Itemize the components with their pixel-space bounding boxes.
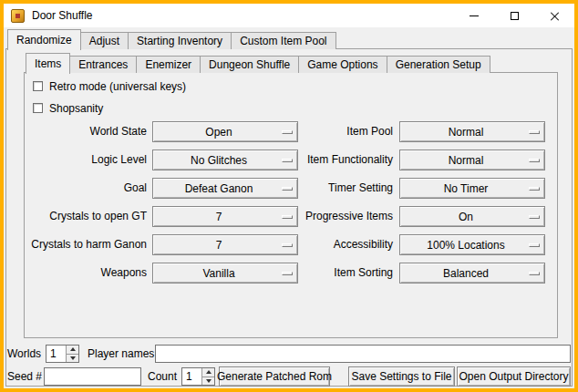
tab-randomize[interactable]: Randomize (7, 29, 81, 50)
item-sorting-value: Balanced (443, 267, 489, 280)
retro-mode-label: Retro mode (universal keys) (49, 80, 186, 93)
weapons-value: Vanilla (202, 267, 234, 280)
count-spinner-up-button[interactable] (201, 368, 214, 377)
field-row-6: Weapons Vanilla Item Sorting Balanced (25, 263, 557, 284)
worlds-label: Worlds (7, 345, 41, 363)
timer-setting-value: No Timer (444, 182, 489, 195)
accessibility-dropdown[interactable]: 100% Locations (399, 234, 545, 255)
count-spinner-buttons (201, 368, 214, 385)
shopsanity-checkbox[interactable] (33, 103, 43, 113)
count-spinner (181, 367, 215, 386)
accessibility-label: Accessibility (271, 234, 393, 255)
generate-patched-rom-button[interactable]: Generate Patched Rom (219, 366, 330, 387)
dropdown-indicator-icon (529, 130, 540, 134)
dropdown-indicator-icon (529, 159, 540, 162)
progressive-items-value: On (459, 211, 473, 223)
open-output-directory-button[interactable]: Open Output Directory (457, 366, 571, 387)
worlds-spinner-up-button[interactable] (66, 346, 78, 354)
goal-label: Goal (25, 178, 147, 199)
retro-mode-checkbox[interactable] (33, 81, 43, 91)
dropdown-indicator-icon (529, 243, 540, 247)
accessibility-value: 100% Locations (427, 239, 504, 252)
tab-game-options[interactable]: Game Options (298, 56, 387, 73)
tab-entrances[interactable]: Entrances (69, 56, 137, 73)
outer-tabbar: Randomize Adjust Starting Inventory Cust… (7, 28, 336, 49)
logic-level-label: Logic Level (25, 150, 147, 170)
spinner-up-icon (206, 370, 212, 374)
shopsanity-row: Shopsanity (33, 102, 103, 114)
tab-adjust[interactable]: Adjust (80, 32, 129, 49)
item-pool-label: Item Pool (271, 121, 393, 142)
dropdown-indicator-icon (529, 215, 540, 219)
worlds-spinner (46, 345, 79, 363)
count-label: Count (148, 367, 177, 386)
field-row-5: Crystals to harm Ganon 7 Accessibility 1… (25, 234, 557, 255)
window-title: Door Shuffle (32, 9, 93, 22)
save-settings-button[interactable]: Save Settings to File (348, 366, 455, 387)
progressive-items-label: Progressive Items (271, 206, 393, 227)
seed-label: Seed # (7, 367, 42, 386)
progressive-items-dropdown[interactable]: On (399, 206, 545, 227)
inner-tabbar: Items Entrances Enemizer Dungeon Shuffle… (26, 52, 490, 73)
titlebar: Door Shuffle (4, 4, 574, 27)
tab-generation-setup[interactable]: Generation Setup (387, 56, 490, 73)
spinner-down-icon (206, 379, 212, 383)
field-row-3: Goal Defeat Ganon Timer Setting No Timer (25, 178, 557, 199)
close-button[interactable] (534, 4, 574, 27)
item-functionality-label: Item Functionality (271, 150, 393, 170)
spinner-down-icon (70, 356, 76, 360)
minimize-icon (470, 15, 479, 16)
item-pool-dropdown[interactable]: Normal (399, 121, 545, 142)
shopsanity-label: Shopsanity (49, 102, 103, 115)
player-names-input[interactable] (155, 345, 571, 363)
worlds-spinner-input[interactable] (47, 346, 65, 361)
tab-items[interactable]: Items (26, 53, 70, 74)
crystals-harm-ganon-value: 7 (216, 239, 222, 252)
crystals-harm-ganon-label: Crystals to harm Ganon (25, 234, 147, 255)
worlds-spinner-down-button[interactable] (66, 354, 78, 363)
tab-custom-item-pool[interactable]: Custom Item Pool (231, 32, 335, 49)
item-sorting-label: Item Sorting (271, 263, 393, 284)
field-row-4: Crystals to open GT 7 Progressive Items … (25, 206, 557, 227)
maximize-button[interactable] (494, 4, 534, 27)
field-row-2: Logic Level No Glitches Item Functionali… (25, 150, 557, 170)
spinner-up-icon (70, 347, 76, 351)
item-functionality-dropdown[interactable]: Normal (399, 150, 545, 170)
retro-mode-row: Retro mode (universal keys) (33, 80, 186, 92)
crystals-open-gt-value: 7 (216, 211, 222, 223)
tab-dungeon-shuffle[interactable]: Dungeon Shuffle (200, 56, 299, 73)
tab-enemizer[interactable]: Enemizer (136, 56, 201, 73)
weapons-label: Weapons (25, 263, 147, 284)
app-window: Door Shuffle Randomize Adjust Starting I… (0, 0, 578, 392)
goal-value: Defeat Ganon (185, 182, 253, 195)
item-pool-value: Normal (449, 126, 484, 139)
player-names-label: Player names (88, 345, 154, 363)
minimize-button[interactable] (454, 4, 494, 27)
window-content: Randomize Adjust Starting Inventory Cust… (4, 27, 574, 388)
timer-setting-label: Timer Setting (271, 178, 393, 199)
items-tab-panel: Retro mode (universal keys) Shopsanity W… (24, 72, 558, 338)
seed-input[interactable] (44, 367, 141, 386)
close-icon (550, 11, 560, 21)
field-row-1: World State Open Item Pool Normal (25, 121, 557, 142)
window-controls (454, 4, 574, 27)
count-spinner-input[interactable] (183, 369, 201, 384)
dropdown-indicator-icon (529, 272, 540, 275)
tab-starting-inventory[interactable]: Starting Inventory (128, 32, 232, 49)
crystals-open-gt-label: Crystals to open GT (25, 206, 147, 227)
worlds-spinner-buttons (66, 346, 78, 362)
timer-setting-dropdown[interactable]: No Timer (399, 178, 545, 199)
maximize-icon (511, 12, 519, 20)
item-functionality-value: Normal (449, 154, 484, 167)
world-state-label: World State (25, 121, 147, 142)
dropdown-indicator-icon (529, 187, 540, 191)
app-icon (11, 9, 25, 23)
count-spinner-down-button[interactable] (201, 377, 214, 386)
logic-level-value: No Glitches (191, 154, 247, 167)
world-state-value: Open (205, 126, 232, 139)
item-sorting-dropdown[interactable]: Balanced (399, 263, 545, 284)
